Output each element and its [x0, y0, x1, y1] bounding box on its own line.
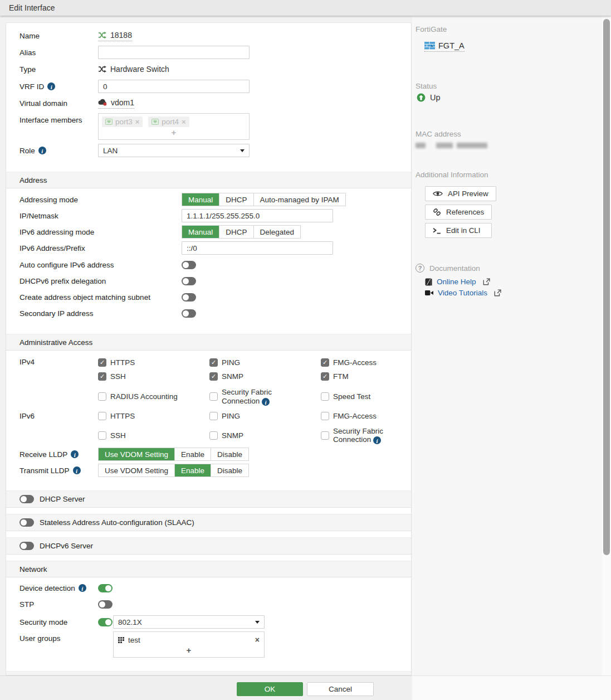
checkbox-ipv4-snmp[interactable]: SNMP: [209, 370, 321, 383]
checkbox-label: HTTPS: [110, 412, 135, 420]
vrf-label: VRF ID: [19, 82, 98, 91]
device-name[interactable]: FGT_A: [438, 41, 465, 50]
checkbox-ipv6-snmp[interactable]: SNMP: [209, 427, 321, 445]
role-value: LAN: [103, 147, 118, 155]
scrollbar-thumb[interactable]: [603, 19, 610, 555]
checkbox-icon[interactable]: [321, 412, 329, 420]
addressing-mode-ipam[interactable]: Auto-managed by IPAM: [254, 193, 345, 206]
add-member-button[interactable]: +: [102, 127, 246, 138]
checkbox-icon[interactable]: [98, 412, 106, 420]
section-slaac[interactable]: Stateless Address Auto-configuration (SL…: [6, 514, 411, 531]
receive-lldp-disable[interactable]: Disable: [211, 448, 248, 460]
section-dhcp-server[interactable]: DHCP Server: [6, 490, 411, 508]
secondary-ip-toggle[interactable]: [182, 309, 196, 318]
device-detection-label: Device detection: [19, 584, 98, 592]
checkbox-icon[interactable]: [98, 431, 106, 440]
dhcpv6-server-toggle[interactable]: [19, 542, 34, 550]
checkbox-ipv6-fmg-access[interactable]: FMG-Access: [321, 410, 412, 423]
receive-lldp-enable[interactable]: Enable: [175, 448, 211, 460]
transmit-lldp-vdom[interactable]: Use VDOM Setting: [99, 464, 175, 477]
role-select[interactable]: LAN: [98, 144, 250, 157]
checkbox-ipv4-speed-test[interactable]: Speed Test: [321, 388, 412, 406]
ipv6-mode-delegated[interactable]: Delegated: [254, 226, 301, 238]
vrf-row: VRF ID: [6, 80, 411, 93]
auto-ipv6-toggle[interactable]: [182, 261, 196, 269]
user-groups-box[interactable]: test × +: [113, 631, 265, 658]
dhcp-server-toggle[interactable]: [19, 495, 34, 503]
checkbox-ipv6-ping[interactable]: PING: [209, 410, 321, 423]
checkbox-icon[interactable]: [98, 392, 106, 401]
alias-input[interactable]: [98, 46, 250, 59]
vrf-input[interactable]: [98, 80, 250, 93]
checkbox-icon[interactable]: [321, 392, 329, 401]
cancel-button[interactable]: Cancel: [307, 682, 374, 696]
section-span[interactable]: SPAN (Port Mirroring): [6, 671, 411, 675]
ip-netmask-input[interactable]: [182, 209, 333, 222]
ipv6-address-input[interactable]: [182, 241, 333, 255]
checkbox-ipv4-radius-accounting[interactable]: RADIUS Accounting: [98, 388, 209, 406]
online-help-label[interactable]: Online Help: [437, 278, 476, 286]
checkbox-ipv4-ping[interactable]: PING: [209, 356, 321, 369]
checkbox-ipv6-ssh[interactable]: SSH: [98, 427, 209, 445]
checkbox-icon[interactable]: [209, 372, 218, 381]
addressing-mode-dhcp[interactable]: DHCP: [219, 193, 253, 206]
security-mode-select[interactable]: 802.1X: [113, 615, 265, 629]
api-preview-button[interactable]: API Preview: [425, 186, 496, 201]
device-detection-toggle[interactable]: [98, 584, 113, 592]
info-icon[interactable]: [71, 450, 79, 458]
interface-members-box[interactable]: port3 × port4 × +: [98, 113, 250, 140]
security-mode-toggle[interactable]: [98, 618, 113, 626]
addressing-mode-manual[interactable]: Manual: [182, 193, 219, 206]
checkbox-icon[interactable]: [209, 392, 218, 401]
remove-user-group-icon[interactable]: ×: [255, 635, 260, 644]
checkbox-icon[interactable]: [209, 412, 218, 420]
checkbox-icon[interactable]: [209, 358, 218, 367]
ipv4-access-grid: HTTPS PING FMG-Access SSH SNMP FTM RADIU…: [98, 356, 412, 406]
dhcpv6-prefix-toggle[interactable]: [182, 277, 196, 285]
create-address-object-toggle[interactable]: [182, 293, 196, 302]
info-icon[interactable]: [373, 436, 381, 444]
checkbox-icon[interactable]: [321, 431, 329, 440]
name-value-wrap: 18188: [98, 31, 132, 41]
add-user-group-button[interactable]: +: [117, 645, 261, 656]
edit-in-cli-button[interactable]: Edit in CLI: [425, 223, 492, 238]
ipv6-mode-dhcp[interactable]: DHCP: [219, 226, 253, 238]
checkbox-ipv4-ftm[interactable]: FTM: [321, 370, 412, 383]
slaac-toggle[interactable]: [19, 518, 34, 527]
checkbox-icon[interactable]: [98, 372, 106, 381]
checkbox-icon[interactable]: [321, 358, 329, 367]
stp-toggle[interactable]: [98, 600, 113, 609]
type-label: Type: [19, 65, 98, 74]
checkbox-ipv4-security-fabric[interactable]: Security Fabric Connection: [209, 388, 321, 406]
video-tutorials-label[interactable]: Video Tutorials: [438, 289, 487, 297]
checkbox-icon[interactable]: [98, 358, 106, 367]
transmit-lldp-enable[interactable]: Enable: [175, 464, 211, 477]
checkbox-ipv6-security-fabric[interactable]: Security Fabric Connection: [321, 427, 412, 445]
info-icon[interactable]: [262, 398, 270, 406]
checkbox-ipv4-https[interactable]: HTTPS: [98, 356, 209, 369]
info-icon[interactable]: [79, 584, 86, 592]
checkbox-icon[interactable]: [209, 431, 218, 440]
documentation-links: Online Help Video Tutorials: [425, 278, 597, 297]
online-help-link[interactable]: Online Help: [425, 278, 597, 286]
remove-member-icon[interactable]: ×: [182, 118, 186, 126]
checkbox-ipv4-fmg-access[interactable]: FMG-Access: [321, 356, 412, 369]
ipv6-mode-manual[interactable]: Manual: [182, 226, 219, 238]
ok-button[interactable]: OK: [237, 682, 303, 696]
interface-member-name: port4: [162, 118, 179, 126]
checkbox-ipv4-ssh[interactable]: SSH: [98, 370, 209, 383]
checkbox-icon[interactable]: [321, 372, 329, 381]
info-icon[interactable]: [73, 466, 81, 474]
section-dhcpv6-server[interactable]: DHCPv6 Server: [6, 537, 411, 555]
references-button[interactable]: References: [425, 205, 492, 220]
info-icon[interactable]: [38, 147, 46, 154]
checkbox-ipv6-https[interactable]: HTTPS: [98, 410, 209, 423]
video-tutorials-link[interactable]: Video Tutorials: [425, 289, 597, 297]
info-icon[interactable]: [47, 82, 55, 90]
checkbox-label: SSH: [110, 431, 126, 440]
transmit-lldp-disable[interactable]: Disable: [211, 464, 248, 477]
receive-lldp-vdom[interactable]: Use VDOM Setting: [99, 448, 175, 460]
remove-member-icon[interactable]: ×: [135, 118, 140, 126]
type-value-wrap: Hardware Switch: [98, 65, 169, 74]
dhcpv6-prefix-label: DHCPv6 prefix delegation: [19, 277, 182, 285]
